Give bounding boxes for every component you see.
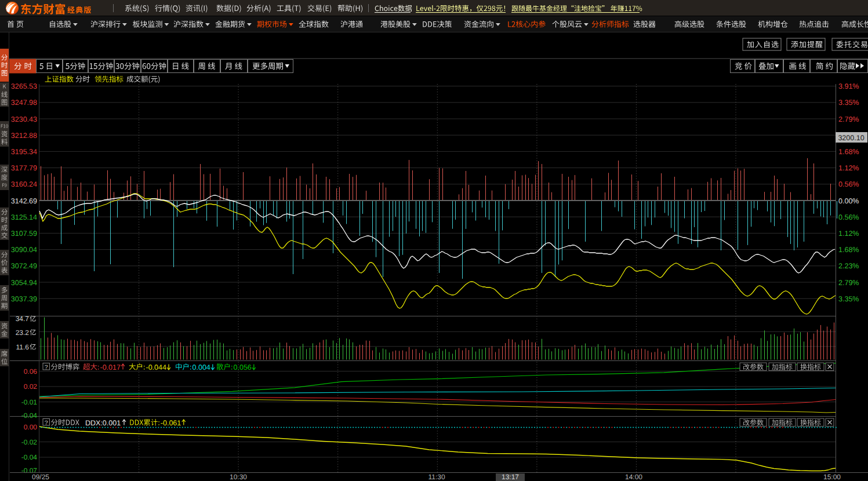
svg-text:3200.10: 3200.10 [838, 134, 864, 142]
svg-text:3230.43: 3230.43 [11, 115, 37, 123]
svg-text:-0.044: -0.044 [146, 363, 166, 371]
svg-text:0.00: 0.00 [24, 423, 38, 431]
svg-text:0.02: 0.02 [24, 382, 38, 391]
svg-text:-0.02: -0.02 [21, 438, 38, 446]
svg-text:3195.34: 3195.34 [11, 148, 37, 156]
svg-text:1.12%: 1.12% [838, 229, 859, 238]
svg-text:11.6: 11.6 [16, 343, 30, 351]
svg-text:14:00: 14:00 [625, 473, 642, 481]
svg-text:15:00: 15:00 [823, 473, 841, 481]
svg-text:3247.98: 3247.98 [11, 99, 37, 107]
svg-text:DDX:0.001: DDX:0.001 [85, 419, 121, 427]
svg-text:3177.79: 3177.79 [11, 164, 37, 172]
svg-text:-0.061: -0.061 [161, 419, 181, 427]
svg-text:-0.017: -0.017 [100, 363, 121, 371]
svg-text:?: ? [45, 364, 48, 371]
svg-text:0.00%: 0.00% [838, 197, 859, 205]
svg-text:09/25: 09/25 [32, 473, 49, 481]
svg-text:0.004: 0.004 [193, 363, 210, 371]
svg-text:3054.94: 3054.94 [11, 279, 37, 287]
svg-text:3037.39: 3037.39 [11, 295, 37, 303]
svg-text:1.12%: 1.12% [838, 164, 859, 172]
svg-text:3125.14: 3125.14 [11, 213, 37, 221]
svg-text:3265.53: 3265.53 [11, 82, 37, 90]
svg-text:34.7: 34.7 [16, 315, 30, 323]
svg-text:2.79%: 2.79% [838, 115, 859, 123]
svg-text:3072.49: 3072.49 [11, 262, 37, 270]
svg-text:10:30: 10:30 [230, 473, 247, 481]
svg-text:3212.88: 3212.88 [11, 132, 37, 140]
svg-text:0.06: 0.06 [24, 367, 38, 376]
svg-text:0.56%: 0.56% [838, 180, 859, 188]
svg-text:-0.01: -0.01 [21, 398, 38, 406]
svg-text:11:30: 11:30 [428, 473, 445, 481]
svg-text:?: ? [45, 420, 48, 427]
svg-text:0.056: 0.056 [234, 363, 252, 371]
svg-text:2.79%: 2.79% [838, 279, 859, 287]
svg-text:3160.24: 3160.24 [11, 180, 37, 188]
svg-text:3090.04: 3090.04 [11, 246, 37, 254]
svg-text:3.35%: 3.35% [838, 295, 859, 303]
svg-text:3.35%: 3.35% [838, 99, 859, 107]
svg-text:1.68%: 1.68% [838, 148, 859, 156]
svg-text:13:17: 13:17 [502, 473, 519, 481]
svg-text:-0.04: -0.04 [21, 453, 38, 461]
svg-text:-0.04: -0.04 [21, 411, 38, 420]
svg-text:3107.59: 3107.59 [11, 229, 37, 238]
svg-text:2.23%: 2.23% [838, 262, 859, 270]
svg-text:3142.69: 3142.69 [11, 197, 37, 205]
svg-text:0.56%: 0.56% [838, 213, 859, 221]
svg-text:1.68%: 1.68% [838, 246, 859, 254]
svg-text:3.91%: 3.91% [838, 82, 859, 90]
svg-text:23.2: 23.2 [16, 329, 30, 337]
